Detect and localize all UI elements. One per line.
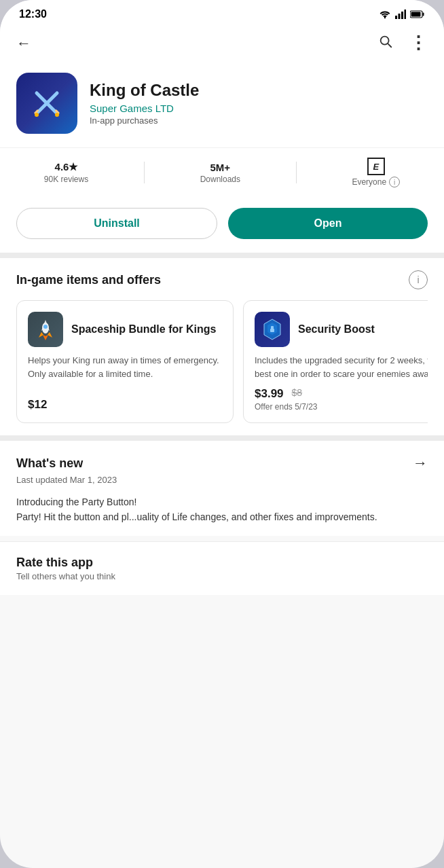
back-button[interactable]: ← [14, 32, 34, 55]
svg-point-18 [43, 325, 48, 329]
whats-new-date: Last updated Mar 1, 2023 [16, 475, 428, 485]
signal-icon [395, 10, 406, 19]
nav-bar: ← ⋮ [0, 24, 444, 62]
age-rating-info-icon[interactable]: i [389, 177, 400, 187]
downloads-value: 5M+ [210, 162, 231, 173]
svg-point-0 [384, 17, 386, 18]
svg-line-9 [388, 43, 391, 47]
offer-icon-security [255, 312, 290, 347]
offers-title: In-game items and offers [16, 273, 161, 287]
stat-divider-2 [296, 162, 297, 183]
rating-stat: 4.6★ 90K reviews [44, 161, 88, 184]
offer-expires-security: Offer ends 5/7/23 [255, 402, 428, 412]
more-menu-button[interactable]: ⋮ [407, 30, 430, 56]
app-header: King of Castle Super Games LTD In-app pu… [0, 62, 444, 147]
rating-value: 4.6★ [55, 161, 78, 173]
status-time: 12:30 [19, 8, 47, 20]
search-button[interactable] [375, 31, 396, 56]
svg-point-14 [35, 113, 39, 117]
rate-section: Rate this app Tell others what you think [0, 541, 444, 595]
section-divider-2 [0, 435, 444, 441]
offer-price-security: $3.99 [255, 387, 284, 401]
whats-new-title: What's new [16, 456, 83, 471]
downloads-label: Downloads [200, 175, 240, 184]
svg-rect-3 [401, 12, 403, 19]
battery-icon [410, 10, 425, 18]
offer-desc-spaceship: Helps your King run away in times of eme… [28, 354, 222, 391]
nav-right-icons: ⋮ [375, 30, 430, 56]
open-button[interactable]: Open [228, 208, 428, 239]
offer-price-spaceship: $12 [28, 398, 222, 412]
svg-rect-6 [423, 13, 424, 16]
rating-label: 90K reviews [44, 175, 88, 184]
svg-rect-2 [399, 14, 401, 19]
everyone-info: Everyone i [352, 177, 400, 187]
rating-esrb-stat: E Everyone i [352, 158, 400, 187]
svg-marker-21 [43, 335, 48, 340]
app-icon [16, 73, 77, 134]
app-info: King of Castle Super Games LTD In-app pu… [90, 81, 428, 126]
wifi-icon [379, 10, 391, 19]
section-divider-1 [0, 253, 444, 258]
offers-scroll: Spaceship Bundle for Kings Helps your Ki… [16, 300, 428, 435]
offer-desc-security: Includes the upgraded security for 2 wee… [255, 354, 428, 380]
offer-name-spaceship: Spaceship Bundle for Kings [71, 323, 216, 337]
stat-divider-1 [144, 162, 145, 183]
status-icons [379, 10, 425, 19]
offers-header: In-game items and offers i [16, 270, 428, 289]
esrb-badge: E [367, 158, 385, 175]
svg-marker-20 [48, 332, 52, 338]
svg-rect-7 [411, 12, 421, 17]
svg-rect-4 [405, 10, 407, 19]
whats-new-text: Introducing the Party Button! Party! Hit… [16, 494, 428, 525]
rate-subtitle: Tell others what you think [16, 571, 428, 581]
svg-rect-25 [270, 329, 274, 332]
offer-icon-spaceship [28, 312, 63, 347]
offers-info-icon[interactable]: i [409, 270, 428, 289]
phone-frame: 12:30 [0, 0, 444, 868]
svg-rect-1 [395, 16, 397, 19]
offers-section: In-game items and offers i [0, 258, 444, 435]
whats-new-arrow[interactable]: → [413, 454, 428, 472]
offer-original-price-security: $8 [292, 387, 303, 398]
offer-card-security[interactable]: Security Boost Includes the upgraded sec… [243, 300, 428, 423]
offer-card-header: Spaceship Bundle for Kings [28, 312, 222, 347]
whats-new-header: What's new → [16, 454, 428, 472]
offer-name-security: Security Boost [298, 323, 375, 337]
stats-bar: 4.6★ 90K reviews 5M+ Downloads E Everyon… [0, 147, 444, 197]
app-developer: Super Games LTD [90, 103, 428, 114]
action-buttons: Uninstall Open [0, 197, 444, 253]
svg-point-15 [55, 113, 59, 117]
status-bar: 12:30 [0, 0, 444, 24]
downloads-stat: 5M+ Downloads [200, 162, 240, 184]
offer-card-spaceship[interactable]: Spaceship Bundle for Kings Helps your Ki… [16, 300, 234, 423]
app-purchase: In-app purchases [90, 115, 428, 126]
svg-marker-19 [39, 332, 43, 338]
uninstall-button[interactable]: Uninstall [16, 208, 217, 239]
app-title: King of Castle [90, 81, 428, 101]
rate-title: Rate this app [16, 556, 428, 570]
offer-card-security-header: Security Boost [255, 312, 428, 347]
whats-new-section: What's new → Last updated Mar 1, 2023 In… [0, 441, 444, 536]
